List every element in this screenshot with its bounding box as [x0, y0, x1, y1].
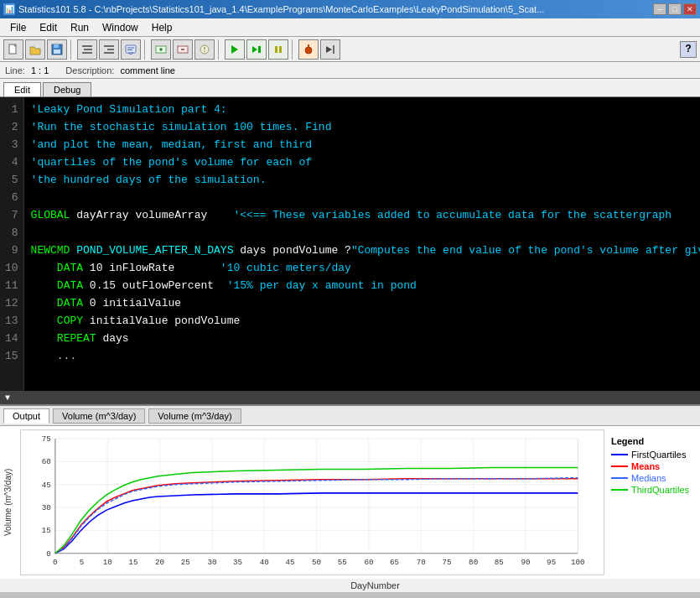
code-token: DATA — [57, 262, 83, 274]
indent-right-button[interactable] — [99, 39, 119, 60]
line-number: 10 — [5, 259, 18, 277]
code-token — [31, 315, 57, 327]
code-token: NEWCMD — [31, 244, 70, 257]
menu-file[interactable]: File — [3, 20, 33, 35]
menu-run[interactable]: Run — [64, 20, 96, 35]
legend-label-firstquartiles: FirstQuartiles — [631, 450, 686, 460]
code-token — [31, 297, 57, 309]
menu-window[interactable]: Window — [96, 20, 145, 35]
legend-item-means: Means — [611, 461, 690, 471]
open-button[interactable] — [25, 39, 45, 60]
code-token: 'Run the stochastic simulation 100 times… — [31, 121, 332, 133]
menu-help[interactable]: Help — [145, 20, 179, 35]
code-line: DATA 0.15 outFlowPercent '15% per day x … — [31, 277, 693, 294]
step-into-button[interactable] — [320, 39, 340, 60]
run-button[interactable] — [225, 39, 245, 60]
line-number: 8 — [5, 224, 18, 242]
step-button[interactable] — [246, 39, 267, 60]
legend-title: Legend — [611, 436, 690, 446]
tab-edit[interactable]: Edit — [3, 82, 41, 96]
code-token: 'Leaky Pond Simulation part 4: — [31, 103, 227, 116]
line-number: 14 — [5, 330, 18, 347]
pause-button[interactable] — [268, 39, 288, 60]
svg-marker-13 — [128, 53, 133, 55]
svg-text:60: 60 — [42, 458, 51, 467]
line-value: 1 : 1 — [31, 65, 49, 75]
svg-text:30: 30 — [42, 503, 51, 512]
help-button[interactable]: ? — [680, 41, 697, 58]
separator-3 — [218, 39, 221, 60]
code-token: 0 initialValue — [83, 297, 181, 309]
code-token: dayArray volumeArray — [70, 209, 207, 221]
output-tab-main[interactable]: Output — [3, 408, 49, 424]
code-line: COPY initialValue pondVolume — [31, 312, 693, 330]
svg-text:60: 60 — [364, 558, 373, 567]
code-line: 'the hundred days of the simulation. — [31, 171, 693, 189]
minimize-button[interactable]: ─ — [653, 3, 666, 15]
svg-text:90: 90 — [521, 558, 530, 567]
desc-value: comment line — [120, 65, 174, 75]
svg-text:75: 75 — [442, 558, 451, 567]
indent-left-button[interactable] — [77, 39, 97, 60]
svg-point-21 — [204, 50, 205, 52]
maximize-button[interactable]: □ — [668, 3, 682, 15]
separator-2 — [144, 39, 148, 60]
code-line — [31, 189, 693, 206]
insert-block-button[interactable] — [151, 39, 171, 60]
line-number: 9 — [5, 242, 18, 259]
svg-text:70: 70 — [417, 558, 426, 567]
svg-text:50: 50 — [312, 558, 321, 567]
code-token: REPEAT — [57, 332, 96, 345]
svg-rect-28 — [308, 44, 309, 48]
line-number: 15 — [5, 347, 18, 365]
line-number: 13 — [5, 312, 18, 330]
line-numbers: 123456789101112131415 — [0, 97, 24, 391]
output-tab-vol2[interactable]: Volume (m^3/day) — [148, 408, 241, 424]
tab-debug[interactable]: Debug — [43, 82, 91, 96]
debug-button[interactable] — [298, 39, 319, 60]
edit-debug-bar: Edit Debug — [0, 79, 700, 97]
menu-edit[interactable]: Edit — [33, 20, 64, 35]
code-content[interactable]: 'Leaky Pond Simulation part 4:'Run the s… — [24, 97, 700, 391]
new-button[interactable] — [3, 39, 23, 60]
line-label: Line: — [5, 65, 25, 75]
code-token: 10 inFlowRate — [83, 262, 174, 274]
line-number: 11 — [5, 277, 18, 294]
code-line: DATA 0 initialValue — [31, 294, 693, 312]
scroll-arrow[interactable]: ▼ — [0, 391, 700, 404]
toolbar: ? — [0, 37, 700, 62]
save-button[interactable] — [47, 39, 67, 60]
app-icon: 📊 — [3, 3, 15, 15]
desc-label: Description: — [65, 65, 114, 75]
svg-text:40: 40 — [260, 558, 269, 567]
line-number: 7 — [5, 206, 18, 224]
svg-text:85: 85 — [495, 558, 504, 567]
separator-1 — [70, 39, 74, 60]
svg-marker-29 — [326, 46, 332, 53]
delete-block-button[interactable] — [173, 39, 193, 60]
code-line: 'Leaky Pond Simulation part 4: — [31, 101, 693, 118]
code-line: 'quartiles of the pond's volume for each… — [31, 153, 693, 171]
output-tabs: Output Volume (m^3/day) Volume (m^3/day) — [0, 406, 700, 426]
close-button[interactable]: ✕ — [683, 3, 697, 15]
line-number: 4 — [5, 153, 18, 171]
svg-rect-25 — [275, 46, 277, 53]
extra-button[interactable] — [194, 39, 215, 60]
code-token: DATA — [57, 297, 83, 309]
code-token: days — [96, 332, 129, 345]
line-number: 5 — [5, 171, 18, 189]
legend-color-firstquartiles — [611, 454, 628, 455]
output-tab-vol1[interactable]: Volume (m^3/day) — [53, 408, 145, 424]
chart-area: 0 15 30 45 60 75 0 5 10 15 20 25 30 35 4… — [20, 429, 604, 575]
code-line: 'and plot the mean, median, first and th… — [31, 136, 693, 153]
code-line: GLOBAL dayArray volumeArray '<<== These … — [31, 206, 693, 224]
code-token: '10 cubic meters/day — [174, 262, 351, 274]
code-token: initialValue pondVolume — [83, 315, 240, 327]
svg-text:75: 75 — [42, 434, 51, 444]
menu-bar: File Edit Run Window Help — [0, 18, 700, 37]
line-number: 3 — [5, 136, 18, 153]
code-token: ... — [31, 350, 77, 362]
code-line: REPEAT days — [31, 330, 693, 347]
comment-button[interactable] — [121, 39, 141, 60]
code-editor[interactable]: 123456789101112131415 'Leaky Pond Simula… — [0, 97, 700, 391]
